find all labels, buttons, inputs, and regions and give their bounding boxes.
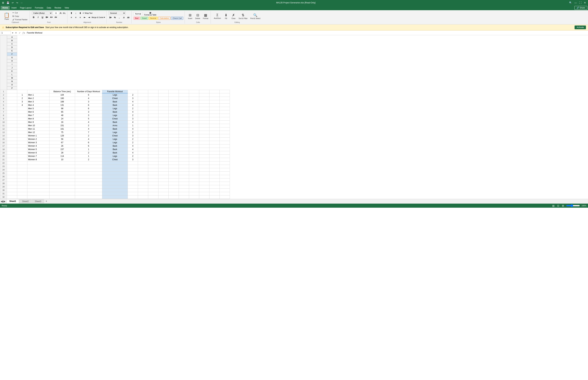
cell-J14[interactable] <box>158 134 169 137</box>
cell-B18[interactable] <box>17 148 27 151</box>
row-number[interactable]: 24 <box>0 168 7 171</box>
scroll-tabs-left-icon[interactable]: ◀ <box>1 200 3 203</box>
cell-K13[interactable] <box>169 131 179 134</box>
cell-E16[interactable]: 6 <box>75 141 102 144</box>
row-number[interactable]: 17 <box>0 144 7 148</box>
cell-O1[interactable] <box>209 90 220 93</box>
cell-K17[interactable] <box>169 144 179 148</box>
cell-M4[interactable] <box>189 100 199 103</box>
cell-E30[interactable] <box>75 189 102 192</box>
cell-N27[interactable] <box>199 178 209 182</box>
cell-L9[interactable] <box>179 117 189 120</box>
row-number[interactable]: 19 <box>0 151 7 154</box>
cell-P31[interactable] <box>220 192 230 195</box>
cell-B8[interactable] <box>17 114 27 117</box>
cell-L4[interactable] <box>179 100 189 103</box>
cell-B13[interactable] <box>17 131 27 134</box>
cell-E12[interactable]: 4 <box>75 127 102 131</box>
cell-C5[interactable]: Men 4 <box>27 103 50 107</box>
cell-G25[interactable] <box>128 171 138 175</box>
cell-F17[interactable]: Back <box>102 144 128 148</box>
cell-M30[interactable] <box>189 189 199 192</box>
sort-filter-button[interactable]: ⇅ Sort & Filter <box>238 13 248 20</box>
cell-P3[interactable] <box>220 97 230 100</box>
copy-button[interactable]: ⧉ Copy <box>12 15 28 18</box>
cell-M15[interactable] <box>189 137 199 141</box>
cell-N30[interactable] <box>199 189 209 192</box>
row-number[interactable]: 16 <box>0 141 7 144</box>
cell-D24[interactable] <box>50 168 75 171</box>
cell-H17[interactable] <box>138 144 148 148</box>
cell-P26[interactable] <box>220 175 230 178</box>
cell-K30[interactable] <box>169 189 179 192</box>
cell-M26[interactable] <box>189 175 199 178</box>
accounting-button[interactable]: $▾ <box>109 16 112 19</box>
cell-D23[interactable] <box>50 165 75 168</box>
cell-K22[interactable] <box>169 161 179 165</box>
cell-O18[interactable] <box>209 148 220 151</box>
cell-L13[interactable] <box>179 131 189 134</box>
col-header-e[interactable]: E <box>7 49 17 52</box>
merge-center-button[interactable]: Merge & Center ▾ <box>92 16 105 19</box>
cell-J4[interactable] <box>158 100 169 103</box>
col-header-j[interactable]: J <box>7 66 17 69</box>
cell-J30[interactable] <box>158 189 169 192</box>
cell-N14[interactable] <box>199 134 209 137</box>
cell-I13[interactable] <box>148 131 158 134</box>
cell-O21[interactable] <box>209 158 220 161</box>
cell-G5[interactable]: 4 <box>128 103 138 107</box>
cell-M11[interactable] <box>189 124 199 127</box>
cell-C32[interactable] <box>27 195 50 199</box>
cell-I22[interactable] <box>148 161 158 165</box>
row-number[interactable]: 7 <box>0 110 7 114</box>
cell-J27[interactable] <box>158 178 169 182</box>
cell-J2[interactable] <box>158 93 169 97</box>
cell-A24[interactable] <box>7 168 17 171</box>
cell-K1[interactable] <box>169 90 179 93</box>
cell-B16[interactable] <box>17 141 27 144</box>
cell-J9[interactable] <box>158 117 169 120</box>
cell-J20[interactable] <box>158 154 169 158</box>
cancel-formula-icon[interactable]: ✕ <box>15 32 18 34</box>
activate-button[interactable]: Activate <box>575 25 586 29</box>
cell-J18[interactable] <box>158 148 169 151</box>
close-icon[interactable]: ✕ <box>583 1 587 4</box>
cell-L29[interactable] <box>179 185 189 189</box>
cell-B14[interactable] <box>17 134 27 137</box>
cell-A31[interactable] <box>7 192 17 195</box>
cell-C4[interactable]: Men 3 <box>27 100 50 103</box>
cell-E28[interactable] <box>75 182 102 185</box>
cell-E4[interactable]: 3 <box>75 100 102 103</box>
cell-J25[interactable] <box>158 171 169 175</box>
cell-B12[interactable] <box>17 127 27 131</box>
cell-E3[interactable]: 4 <box>75 97 102 100</box>
cell-G10[interactable]: 4 <box>128 120 138 124</box>
cell-N3[interactable] <box>199 97 209 100</box>
cell-E21[interactable]: 2 <box>75 158 102 161</box>
align-left-button[interactable]: ≡ <box>69 16 73 19</box>
fill-color-button[interactable]: A▾ <box>50 15 53 19</box>
cell-A28[interactable] <box>7 182 17 185</box>
cell-D16[interactable]: 67 <box>50 141 75 144</box>
cell-K26[interactable] <box>169 175 179 178</box>
cell-F20[interactable]: Legs <box>102 154 128 158</box>
cell-M14[interactable] <box>189 134 199 137</box>
cell-C6[interactable]: Men 5 <box>27 107 50 110</box>
share-button[interactable]: 🔗 Share <box>574 6 587 10</box>
cell-F24[interactable] <box>102 168 128 171</box>
cell-M19[interactable] <box>189 151 199 154</box>
font-size-input[interactable] <box>53 11 59 15</box>
row-number[interactable]: 15 <box>0 137 7 141</box>
cell-N16[interactable] <box>199 141 209 144</box>
row-number[interactable]: 3 <box>0 97 7 100</box>
cell-F3[interactable]: Chest <box>102 97 128 100</box>
bold-button[interactable]: B <box>32 15 36 19</box>
cell-J12[interactable] <box>158 127 169 131</box>
row-number[interactable]: 14 <box>0 134 7 137</box>
menu-data[interactable]: Data <box>45 6 53 10</box>
increase-font-icon[interactable]: A↑ <box>60 12 62 15</box>
cell-M31[interactable] <box>189 192 199 195</box>
cell-C31[interactable] <box>27 192 50 195</box>
cell-L2[interactable] <box>179 93 189 97</box>
cell-E18[interactable]: 1 <box>75 148 102 151</box>
